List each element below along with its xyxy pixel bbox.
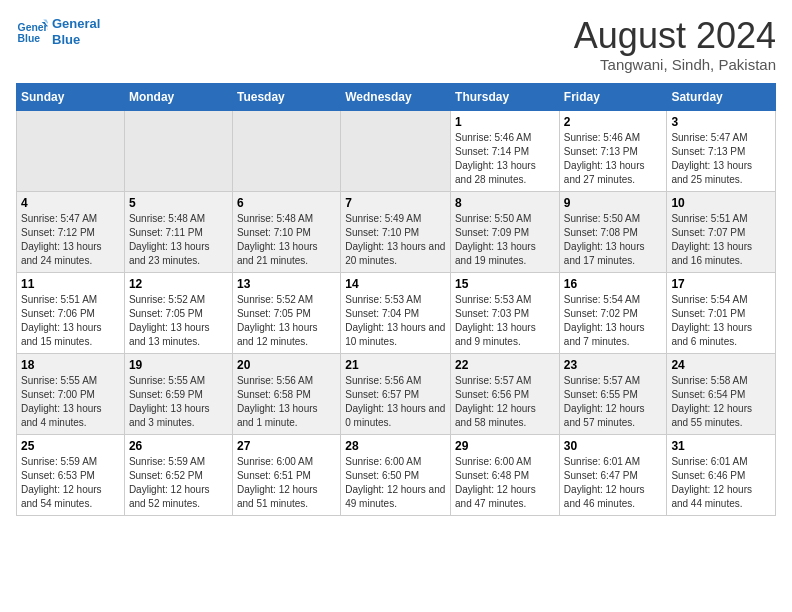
calendar-cell: 5Sunrise: 5:48 AM Sunset: 7:11 PM Daylig… bbox=[124, 191, 232, 272]
day-info: Sunrise: 5:50 AM Sunset: 7:08 PM Dayligh… bbox=[564, 212, 663, 268]
day-info: Sunrise: 6:00 AM Sunset: 6:50 PM Dayligh… bbox=[345, 455, 446, 511]
calendar-cell: 27Sunrise: 6:00 AM Sunset: 6:51 PM Dayli… bbox=[232, 434, 340, 515]
day-info: Sunrise: 5:59 AM Sunset: 6:53 PM Dayligh… bbox=[21, 455, 120, 511]
day-info: Sunrise: 5:54 AM Sunset: 7:01 PM Dayligh… bbox=[671, 293, 771, 349]
day-info: Sunrise: 5:47 AM Sunset: 7:13 PM Dayligh… bbox=[671, 131, 771, 187]
day-header-friday: Friday bbox=[559, 83, 667, 110]
week-row-5: 25Sunrise: 5:59 AM Sunset: 6:53 PM Dayli… bbox=[17, 434, 776, 515]
day-number: 9 bbox=[564, 196, 663, 210]
day-info: Sunrise: 5:49 AM Sunset: 7:10 PM Dayligh… bbox=[345, 212, 446, 268]
calendar-cell: 13Sunrise: 5:52 AM Sunset: 7:05 PM Dayli… bbox=[232, 272, 340, 353]
day-number: 25 bbox=[21, 439, 120, 453]
day-number: 24 bbox=[671, 358, 771, 372]
day-number: 22 bbox=[455, 358, 555, 372]
calendar-cell: 31Sunrise: 6:01 AM Sunset: 6:46 PM Dayli… bbox=[667, 434, 776, 515]
day-info: Sunrise: 6:00 AM Sunset: 6:51 PM Dayligh… bbox=[237, 455, 336, 511]
week-row-4: 18Sunrise: 5:55 AM Sunset: 7:00 PM Dayli… bbox=[17, 353, 776, 434]
header-row: SundayMondayTuesdayWednesdayThursdayFrid… bbox=[17, 83, 776, 110]
day-number: 6 bbox=[237, 196, 336, 210]
logo: General Blue General Blue bbox=[16, 16, 100, 47]
day-info: Sunrise: 5:48 AM Sunset: 7:10 PM Dayligh… bbox=[237, 212, 336, 268]
calendar-cell: 25Sunrise: 5:59 AM Sunset: 6:53 PM Dayli… bbox=[17, 434, 125, 515]
calendar-cell: 23Sunrise: 5:57 AM Sunset: 6:55 PM Dayli… bbox=[559, 353, 667, 434]
day-info: Sunrise: 5:56 AM Sunset: 6:57 PM Dayligh… bbox=[345, 374, 446, 430]
logo-icon: General Blue bbox=[16, 18, 48, 46]
day-info: Sunrise: 5:57 AM Sunset: 6:56 PM Dayligh… bbox=[455, 374, 555, 430]
calendar-table: SundayMondayTuesdayWednesdayThursdayFrid… bbox=[16, 83, 776, 516]
calendar-cell: 12Sunrise: 5:52 AM Sunset: 7:05 PM Dayli… bbox=[124, 272, 232, 353]
day-header-saturday: Saturday bbox=[667, 83, 776, 110]
day-number: 2 bbox=[564, 115, 663, 129]
calendar-cell bbox=[341, 110, 451, 191]
day-info: Sunrise: 5:51 AM Sunset: 7:07 PM Dayligh… bbox=[671, 212, 771, 268]
day-number: 29 bbox=[455, 439, 555, 453]
day-header-sunday: Sunday bbox=[17, 83, 125, 110]
day-info: Sunrise: 6:00 AM Sunset: 6:48 PM Dayligh… bbox=[455, 455, 555, 511]
day-info: Sunrise: 6:01 AM Sunset: 6:46 PM Dayligh… bbox=[671, 455, 771, 511]
calendar-cell: 4Sunrise: 5:47 AM Sunset: 7:12 PM Daylig… bbox=[17, 191, 125, 272]
calendar-cell: 1Sunrise: 5:46 AM Sunset: 7:14 PM Daylig… bbox=[451, 110, 560, 191]
day-number: 31 bbox=[671, 439, 771, 453]
day-info: Sunrise: 5:47 AM Sunset: 7:12 PM Dayligh… bbox=[21, 212, 120, 268]
day-info: Sunrise: 5:46 AM Sunset: 7:13 PM Dayligh… bbox=[564, 131, 663, 187]
day-number: 20 bbox=[237, 358, 336, 372]
calendar-cell: 18Sunrise: 5:55 AM Sunset: 7:00 PM Dayli… bbox=[17, 353, 125, 434]
calendar-cell: 28Sunrise: 6:00 AM Sunset: 6:50 PM Dayli… bbox=[341, 434, 451, 515]
day-info: Sunrise: 5:59 AM Sunset: 6:52 PM Dayligh… bbox=[129, 455, 228, 511]
day-number: 11 bbox=[21, 277, 120, 291]
calendar-cell bbox=[232, 110, 340, 191]
calendar-cell: 30Sunrise: 6:01 AM Sunset: 6:47 PM Dayli… bbox=[559, 434, 667, 515]
day-header-wednesday: Wednesday bbox=[341, 83, 451, 110]
calendar-cell: 9Sunrise: 5:50 AM Sunset: 7:08 PM Daylig… bbox=[559, 191, 667, 272]
day-info: Sunrise: 5:53 AM Sunset: 7:04 PM Dayligh… bbox=[345, 293, 446, 349]
main-title: August 2024 bbox=[574, 16, 776, 56]
calendar-cell: 11Sunrise: 5:51 AM Sunset: 7:06 PM Dayli… bbox=[17, 272, 125, 353]
day-info: Sunrise: 5:50 AM Sunset: 7:09 PM Dayligh… bbox=[455, 212, 555, 268]
calendar-cell: 16Sunrise: 5:54 AM Sunset: 7:02 PM Dayli… bbox=[559, 272, 667, 353]
day-number: 26 bbox=[129, 439, 228, 453]
day-number: 15 bbox=[455, 277, 555, 291]
day-info: Sunrise: 5:51 AM Sunset: 7:06 PM Dayligh… bbox=[21, 293, 120, 349]
day-number: 1 bbox=[455, 115, 555, 129]
calendar-cell: 15Sunrise: 5:53 AM Sunset: 7:03 PM Dayli… bbox=[451, 272, 560, 353]
day-info: Sunrise: 5:56 AM Sunset: 6:58 PM Dayligh… bbox=[237, 374, 336, 430]
day-number: 4 bbox=[21, 196, 120, 210]
week-row-3: 11Sunrise: 5:51 AM Sunset: 7:06 PM Dayli… bbox=[17, 272, 776, 353]
svg-text:Blue: Blue bbox=[18, 33, 41, 44]
day-number: 14 bbox=[345, 277, 446, 291]
day-number: 23 bbox=[564, 358, 663, 372]
day-info: Sunrise: 5:52 AM Sunset: 7:05 PM Dayligh… bbox=[237, 293, 336, 349]
calendar-cell: 19Sunrise: 5:55 AM Sunset: 6:59 PM Dayli… bbox=[124, 353, 232, 434]
day-info: Sunrise: 5:58 AM Sunset: 6:54 PM Dayligh… bbox=[671, 374, 771, 430]
calendar-cell: 2Sunrise: 5:46 AM Sunset: 7:13 PM Daylig… bbox=[559, 110, 667, 191]
day-number: 19 bbox=[129, 358, 228, 372]
page-header: General Blue General Blue August 2024 Ta… bbox=[16, 16, 776, 73]
calendar-cell: 24Sunrise: 5:58 AM Sunset: 6:54 PM Dayli… bbox=[667, 353, 776, 434]
calendar-cell: 29Sunrise: 6:00 AM Sunset: 6:48 PM Dayli… bbox=[451, 434, 560, 515]
day-info: Sunrise: 6:01 AM Sunset: 6:47 PM Dayligh… bbox=[564, 455, 663, 511]
calendar-cell bbox=[124, 110, 232, 191]
day-header-monday: Monday bbox=[124, 83, 232, 110]
calendar-cell: 22Sunrise: 5:57 AM Sunset: 6:56 PM Dayli… bbox=[451, 353, 560, 434]
calendar-cell: 14Sunrise: 5:53 AM Sunset: 7:04 PM Dayli… bbox=[341, 272, 451, 353]
day-number: 21 bbox=[345, 358, 446, 372]
logo-text: General Blue bbox=[52, 16, 100, 47]
day-number: 18 bbox=[21, 358, 120, 372]
day-number: 27 bbox=[237, 439, 336, 453]
day-info: Sunrise: 5:53 AM Sunset: 7:03 PM Dayligh… bbox=[455, 293, 555, 349]
title-block: August 2024 Tangwani, Sindh, Pakistan bbox=[574, 16, 776, 73]
day-number: 13 bbox=[237, 277, 336, 291]
day-number: 16 bbox=[564, 277, 663, 291]
week-row-1: 1Sunrise: 5:46 AM Sunset: 7:14 PM Daylig… bbox=[17, 110, 776, 191]
day-number: 5 bbox=[129, 196, 228, 210]
calendar-cell: 7Sunrise: 5:49 AM Sunset: 7:10 PM Daylig… bbox=[341, 191, 451, 272]
day-info: Sunrise: 5:46 AM Sunset: 7:14 PM Dayligh… bbox=[455, 131, 555, 187]
calendar-cell: 6Sunrise: 5:48 AM Sunset: 7:10 PM Daylig… bbox=[232, 191, 340, 272]
day-header-thursday: Thursday bbox=[451, 83, 560, 110]
day-number: 17 bbox=[671, 277, 771, 291]
week-row-2: 4Sunrise: 5:47 AM Sunset: 7:12 PM Daylig… bbox=[17, 191, 776, 272]
day-number: 12 bbox=[129, 277, 228, 291]
day-number: 10 bbox=[671, 196, 771, 210]
calendar-cell: 3Sunrise: 5:47 AM Sunset: 7:13 PM Daylig… bbox=[667, 110, 776, 191]
day-info: Sunrise: 5:48 AM Sunset: 7:11 PM Dayligh… bbox=[129, 212, 228, 268]
